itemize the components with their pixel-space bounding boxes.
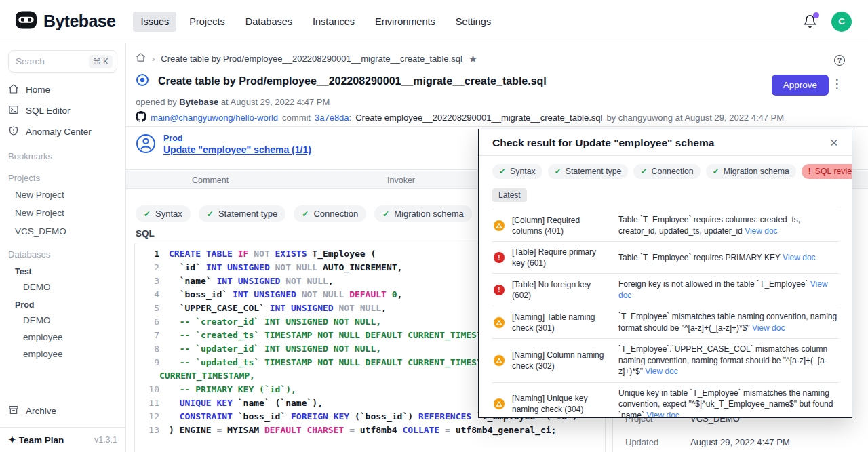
home-icon <box>8 83 19 96</box>
home-icon[interactable] <box>136 52 146 65</box>
nav-item-issues[interactable]: Issues <box>133 12 176 32</box>
brand-logo[interactable]: Bytebase <box>15 9 115 34</box>
database-item-demo[interactable]: DEMO <box>0 279 125 295</box>
check-result-modal: Check result for Update "employee" schem… <box>478 129 852 418</box>
check-icon: ✓ <box>144 209 151 219</box>
check-chip-connection[interactable]: ✓Connection <box>294 205 366 222</box>
avatar[interactable]: C <box>831 12 852 32</box>
kebab-menu-icon[interactable]: ⋮ <box>831 77 844 90</box>
rule-detail-text: `T_Employee` mismatches table naming con… <box>618 312 837 333</box>
check-chip-migration-schema[interactable]: ✓Migration schema <box>374 205 472 222</box>
databases-list: TestDEMOProdDEMOemployeeemployee <box>0 262 125 363</box>
check-chip-label: Connection <box>652 167 694 176</box>
check-chip-label: SQL review <box>815 167 852 176</box>
sql-line-text: -- `created_ts` TIMESTAMP NOT NULL DEFAU… <box>169 330 503 340</box>
check-chip-syntax[interactable]: ✓Syntax <box>492 164 542 179</box>
commit-hash-link[interactable]: 3a7e8da: <box>315 112 351 123</box>
line-number: 11 <box>139 396 159 410</box>
breadcrumb-path[interactable]: Create table by Prod/employee__202208290… <box>161 54 462 64</box>
search-input[interactable] <box>16 56 78 66</box>
database-env-test[interactable]: Test <box>0 262 125 279</box>
stage-assignee-icon <box>136 133 156 157</box>
rule-name: [Table] No foreign key (602) <box>512 279 611 301</box>
stage-environment-link[interactable]: Prod <box>163 133 311 143</box>
rule-name: [Column] Required columns (401) <box>512 215 611 237</box>
info-label: Updated <box>625 437 690 447</box>
project-item-new-project[interactable]: New Project <box>0 204 125 222</box>
view-doc-link[interactable]: View doc <box>745 226 777 236</box>
sql-line: 13) ENGINE = MYISAM DEFAULT CHARSET = ut… <box>135 424 605 437</box>
sidebar-item-label: Home <box>26 85 50 95</box>
check-chip-statement-type[interactable]: ✓Statement type <box>199 205 286 222</box>
nav-item-settings[interactable]: Settings <box>448 12 498 32</box>
app-window: Bytebase IssuesProjectsDatabasesInstance… <box>0 0 868 452</box>
sparkle-icon: ✦ <box>8 434 16 445</box>
database-env-prod[interactable]: Prod <box>0 295 125 312</box>
search-box[interactable]: ⌘ K <box>8 50 117 73</box>
sql-line-text: `boss_id` INT UNSIGNED NOT NULL DEFAULT … <box>169 289 402 300</box>
check-chip-sql-review[interactable]: !SQL review <box>802 164 852 179</box>
view-doc-link[interactable]: View doc <box>783 253 815 262</box>
check-chip-label: Migration schema <box>724 167 789 176</box>
column-header-comment: Comment <box>192 176 387 185</box>
database-item-demo[interactable]: DEMO <box>0 312 125 329</box>
rule-detail-text: Table `T_Employee` requires PRIMARY KEY <box>618 253 783 262</box>
sidebar-item-sql-editor[interactable]: SQL Editor <box>0 100 125 121</box>
check-chip-connection[interactable]: ✓Connection <box>633 164 700 179</box>
sidebar-item-anomaly-center[interactable]: Anomaly Center <box>0 121 125 142</box>
projects-list: New ProjectNew ProjectVCS_DEMO <box>0 186 125 241</box>
line-number: 10 <box>139 383 159 396</box>
sidebar-item-label: SQL Editor <box>26 106 71 116</box>
nav-item-environments[interactable]: Environments <box>368 12 443 32</box>
topbar-right: C <box>803 12 852 32</box>
rule-detail: `T_Employee`.`UPPER_CASE_COL` mismatches… <box>618 344 838 377</box>
help-icon[interactable]: ? <box>834 55 845 66</box>
check-result-list: [Column] Required columns (401)Table `T_… <box>492 209 838 418</box>
fail-icon: ! <box>808 167 811 176</box>
stage-task-link[interactable]: Update "employee" schema (1/1) <box>163 144 311 155</box>
database-item-employee[interactable]: employee <box>0 329 125 346</box>
view-doc-link[interactable]: View doc <box>646 411 679 419</box>
check-chip-migration-schema[interactable]: ✓Migration schema <box>706 164 796 179</box>
database-item-employee[interactable]: employee <box>0 346 125 363</box>
bookmark-star-icon[interactable]: ★ <box>469 53 477 65</box>
sidebar-nav: HomeSQL EditorAnomaly Center <box>0 79 125 142</box>
databases-section-label: Databases <box>0 241 125 262</box>
check-chip-label: Syntax <box>155 209 182 219</box>
latest-badge[interactable]: Latest <box>492 188 527 202</box>
modal-check-status-row: ✓Syntax✓Statement type✓Connection✓Migrat… <box>479 156 852 179</box>
notification-bell-icon[interactable] <box>803 14 818 30</box>
project-item-vcs-demo[interactable]: VCS_DEMO <box>0 222 125 241</box>
line-number: 1 <box>139 247 159 261</box>
sidebar-bottom: Archive ✦ Team Plan v1.3.1 <box>0 400 125 452</box>
line-number: 4 <box>139 288 159 302</box>
nav-item-databases[interactable]: Databases <box>238 12 300 32</box>
check-result-row: [Column] Required columns (401)Table `T_… <box>492 209 838 242</box>
github-icon <box>136 111 146 124</box>
vcs-commit-row: main@changyuwong/hello-world commit 3a7e… <box>136 111 784 124</box>
sql-line-text: CURRENT_TIMESTAMP, <box>159 371 255 381</box>
line-number: 8 <box>139 342 159 356</box>
check-chip-syntax[interactable]: ✓Syntax <box>136 205 191 222</box>
nav-item-instances[interactable]: Instances <box>305 12 362 32</box>
nav-item-projects[interactable]: Projects <box>182 12 232 32</box>
sql-line-text: `UPPER_CASE_COL` INT UNSIGNED NOT NULL, <box>169 303 387 313</box>
opened-prefix: opened by <box>136 97 177 107</box>
bookmarks-section-label: Bookmarks <box>0 142 125 164</box>
sidebar-item-archive[interactable]: Archive <box>0 400 125 422</box>
vcs-branch-link[interactable]: main@changyuwong/hello-world <box>151 112 278 123</box>
check-icon: ✓ <box>382 209 389 219</box>
check-result-row: ![Table] Require primary key (601)Table … <box>492 242 838 274</box>
view-doc-link[interactable]: View doc <box>645 367 677 376</box>
project-item-new-project[interactable]: New Project <box>0 186 125 204</box>
sql-line-text: `name` INT UNSIGNED NOT NULL, <box>169 276 334 286</box>
view-doc-link[interactable]: View doc <box>752 323 785 333</box>
breadcrumb-separator: › <box>152 54 155 64</box>
check-chip-statement-type[interactable]: ✓Statement type <box>548 164 629 179</box>
sidebar-item-home[interactable]: Home <box>0 79 125 100</box>
close-icon[interactable]: ✕ <box>829 137 838 149</box>
check-chip-label: Migration schema <box>394 209 464 219</box>
approve-button[interactable]: Approve <box>772 75 829 96</box>
line-number: 5 <box>139 302 159 315</box>
plan-label-wrap[interactable]: ✦ Team Plan <box>8 434 64 445</box>
